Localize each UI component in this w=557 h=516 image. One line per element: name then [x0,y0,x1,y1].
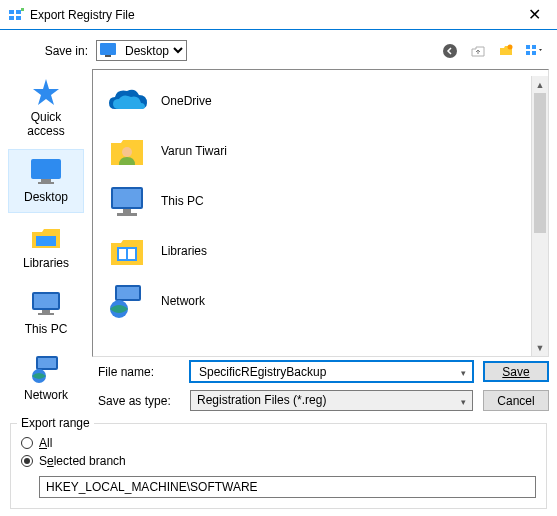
place-network[interactable]: Network [8,347,84,411]
view-menu-icon[interactable] [523,41,545,61]
window-title: Export Registry File [30,8,512,22]
back-icon[interactable] [439,41,461,61]
export-range-legend: Export range [17,416,94,430]
save-button[interactable]: Save [483,361,549,382]
scroll-track[interactable] [532,233,548,339]
file-item-user[interactable]: Varun Tiwari [99,126,531,176]
svg-rect-33 [117,287,139,299]
svg-rect-16 [36,236,56,246]
place-label: Libraries [23,256,69,270]
place-label: Quick access [11,110,81,138]
file-list-pane: OneDrive Varun Tiwari This PC Libraries … [92,69,549,357]
scrollbar[interactable]: ▲ ▼ [531,76,548,356]
browse-area: Quick access Desktop Libraries This PC N… [0,69,557,357]
svg-rect-4 [21,8,24,11]
file-list[interactable]: OneDrive Varun Tiwari This PC Libraries … [99,76,531,356]
svg-point-24 [122,147,132,157]
scroll-thumb[interactable] [534,93,546,233]
svg-rect-20 [38,313,54,315]
svg-point-8 [508,44,513,49]
place-desktop[interactable]: Desktop [8,149,84,213]
file-item-thispc[interactable]: This PC [99,176,531,226]
svg-rect-27 [123,209,131,213]
file-item-libraries[interactable]: Libraries [99,226,531,276]
svg-rect-15 [38,182,54,184]
save-in-dropdown[interactable]: Desktop [96,40,431,61]
cancel-button[interactable]: Cancel [483,390,549,411]
radio-selected-label: Selected branch [39,454,126,468]
save-in-label: Save in: [8,44,88,58]
savetype-value: Registration Files (*.reg) [197,393,326,407]
svg-rect-12 [532,51,536,55]
place-label: Network [24,388,68,402]
svg-rect-18 [34,294,58,308]
export-range-group: Export range All Selected branch [10,423,547,509]
close-button[interactable]: ✕ [512,0,557,29]
svg-rect-9 [526,45,530,49]
up-icon[interactable] [467,41,489,61]
savetype-select[interactable]: Registration Files (*.reg) ▾ [190,390,473,411]
scroll-down-icon[interactable]: ▼ [532,339,548,356]
svg-rect-1 [9,16,14,20]
savetype-label: Save as type: [98,394,180,408]
svg-rect-30 [119,249,126,259]
file-label: OneDrive [161,94,212,108]
svg-rect-14 [41,179,51,182]
filename-label: File name: [98,365,180,379]
radio-all-label: All [39,436,52,450]
radio-icon [21,437,33,449]
place-libraries[interactable]: Libraries [8,215,84,279]
svg-rect-2 [16,10,21,14]
radio-selected-branch[interactable]: Selected branch [21,454,536,468]
radio-all[interactable]: All [21,436,536,450]
svg-rect-26 [113,189,141,207]
svg-rect-28 [117,213,137,216]
scroll-up-icon[interactable]: ▲ [532,76,548,93]
chevron-down-icon[interactable]: ▾ [461,397,466,407]
new-folder-icon[interactable] [495,41,517,61]
svg-rect-31 [128,249,135,259]
toolbar-icons [439,41,549,61]
branch-input[interactable] [39,476,536,498]
place-this-pc[interactable]: This PC [8,281,84,345]
svg-rect-3 [16,16,21,20]
filename-input-wrap[interactable]: ▾ [190,361,473,382]
place-quick-access[interactable]: Quick access [8,69,84,147]
svg-rect-11 [526,51,530,55]
file-item-network[interactable]: Network [99,276,531,326]
place-label: Desktop [24,190,68,204]
file-label: Varun Tiwari [161,144,227,158]
svg-rect-13 [31,159,61,179]
save-in-select[interactable]: Desktop [96,40,187,61]
svg-rect-10 [532,45,536,49]
radio-icon [21,455,33,467]
titlebar: Export Registry File ✕ [0,0,557,30]
svg-point-7 [443,44,457,58]
places-bar: Quick access Desktop Libraries This PC N… [8,69,84,357]
svg-rect-22 [38,358,56,368]
registry-icon [8,7,24,23]
file-label: Libraries [161,244,207,258]
file-label: Network [161,294,205,308]
file-label: This PC [161,194,204,208]
svg-rect-19 [42,310,50,313]
chevron-down-icon[interactable]: ▾ [461,368,466,378]
svg-rect-0 [9,10,14,14]
place-label: This PC [25,322,68,336]
filename-input[interactable] [197,364,452,380]
file-item-onedrive[interactable]: OneDrive [99,76,531,126]
save-in-row: Save in: Desktop [0,30,557,69]
